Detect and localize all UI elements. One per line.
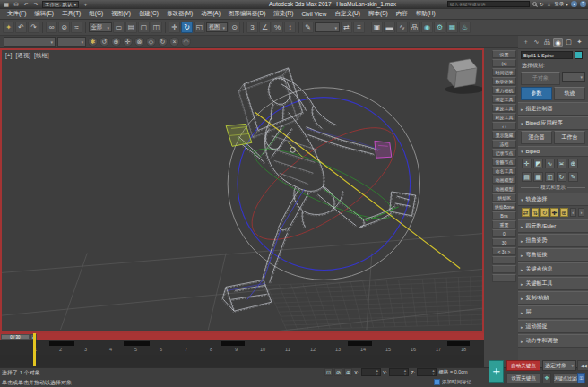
mirror-icon[interactable]: ⇄: [341, 22, 352, 33]
strip-button-20[interactable]: 0: [492, 229, 516, 237]
favorites-icon[interactable]: ☆: [547, 1, 551, 7]
strip-button-11[interactable]: 记录节点: [492, 149, 516, 157]
angle-snap-icon[interactable]: ∠: [259, 22, 271, 33]
isolate-selection-icon[interactable]: ⊡: [324, 368, 333, 376]
rollout-collapsed-6[interactable]: ▸层: [518, 305, 588, 319]
strip-button-0[interactable]: 设置: [492, 50, 516, 58]
biped-file-icon-0[interactable]: ▤: [522, 172, 532, 182]
tb2-icon-6-icon[interactable]: ↻: [158, 37, 168, 47]
biped-mode-icon-4[interactable]: ⊕: [568, 159, 578, 168]
layer-manager-icon[interactable]: ▣: [371, 22, 383, 33]
y-coordinate-field[interactable]: ▲▼: [389, 368, 409, 376]
rollout-biped[interactable]: ▾ Biped: [518, 146, 588, 157]
strip-button-16[interactable]: 烘焙IK: [492, 194, 516, 202]
rollout-collapsed-7[interactable]: ▸运动捕捉: [518, 320, 588, 333]
time-tag-icon[interactable]: [434, 379, 440, 385]
tab-create[interactable]: ＋: [521, 38, 531, 47]
key-mode-toggle-button[interactable]: ⚿: [577, 373, 585, 383]
tb2-combo-2-combo[interactable]: ▾: [57, 37, 86, 47]
workbench-button[interactable]: 工作台: [554, 131, 585, 144]
viewport-menu-plus[interactable]: [+]: [5, 52, 12, 60]
strip-button-17[interactable]: 烘焙Bone: [492, 202, 516, 211]
current-frame-indicator[interactable]: [33, 333, 36, 366]
sub-object-combo[interactable]: ▾: [562, 72, 585, 82]
search-icon[interactable]: [532, 2, 537, 6]
auto-key-button[interactable]: 自动关键点: [506, 360, 540, 371]
strip-button-2[interactable]: 时间记录: [492, 68, 516, 76]
track-selection-icon-2[interactable]: ↻: [540, 208, 549, 217]
biped-file-icon-4[interactable]: ✎: [568, 172, 578, 182]
keyframe-marker-2[interactable]: [221, 341, 245, 346]
select-move-icon[interactable]: ✛: [169, 22, 180, 33]
x-coordinate-field[interactable]: ▲▼: [361, 368, 381, 376]
menu-item-7[interactable]: 动画(A): [197, 9, 224, 19]
ribbon-toggle-icon[interactable]: ▬: [384, 22, 395, 33]
rollout-assign-controller[interactable]: ▸ 指定控制器: [518, 102, 588, 116]
select-by-name-icon[interactable]: ▤: [125, 22, 137, 33]
schematic-view-icon[interactable]: 品: [409, 22, 420, 33]
keyframe-marker-4[interactable]: [447, 341, 470, 346]
edit-named-selection-icon[interactable]: ✎: [302, 22, 314, 33]
menu-item-14[interactable]: 帮助(H): [412, 9, 439, 19]
workspace-combo[interactable]: 工作区: 默认▾: [42, 1, 79, 8]
strip-button-12[interactable]: 骨骼节点: [492, 158, 516, 166]
selection-filter-combo[interactable]: 全部▾: [89, 22, 112, 32]
undo-icon[interactable]: ↶: [15, 22, 27, 33]
curve-editor-icon[interactable]: ∿: [396, 22, 408, 33]
strip-button-10[interactable]: 冻结: [492, 140, 516, 148]
viewport-scene[interactable]: [2, 50, 482, 331]
material-editor-icon[interactable]: ◉: [421, 22, 433, 33]
tb2-icon-4-icon[interactable]: ⊗: [134, 37, 144, 47]
select-link-icon[interactable]: ∞: [46, 22, 57, 33]
menu-item-9[interactable]: 渲染(R): [270, 9, 297, 19]
select-object-icon[interactable]: ▭: [113, 22, 125, 33]
snap-toggle-icon[interactable]: 3: [246, 22, 258, 33]
signin-menu[interactable]: 登录▾: [554, 1, 568, 7]
tb2-icon-8-icon[interactable]: ◠: [181, 37, 191, 47]
object-name-field[interactable]: [521, 51, 573, 59]
rollout-collapsed-0[interactable]: ▸四元数/Euler: [518, 219, 588, 233]
rollout-biped-apps[interactable]: ▾ Biped 应用程序: [518, 116, 588, 130]
rollout-collapsed-5[interactable]: ▸复制/粘贴: [518, 291, 588, 305]
tb2-icon-3-icon[interactable]: ✛: [123, 37, 133, 47]
use-pivot-center-icon[interactable]: ⊙: [229, 22, 240, 33]
strip-button-24[interactable]: [492, 265, 516, 273]
object-color-swatch[interactable]: [575, 51, 583, 59]
tb2-combo-1-combo[interactable]: ▾: [4, 37, 56, 47]
redo-quick-icon[interactable]: ↷: [32, 1, 39, 8]
parameters-button[interactable]: 参数: [521, 87, 552, 100]
track-selection-icon-4[interactable]: ⊕: [560, 208, 568, 217]
tab-display[interactable]: ▢: [564, 38, 574, 47]
help-icon[interactable]: ?: [580, 1, 586, 7]
rollout-collapsed-3[interactable]: ▸关键点信息: [518, 262, 588, 276]
biped-file-icon-1[interactable]: ▦: [533, 172, 543, 182]
track-selection-icon-3[interactable]: ✚: [550, 208, 558, 217]
menu-item-0[interactable]: 文件(F): [4, 9, 30, 19]
strip-button-19[interactable]: 重置: [492, 220, 516, 228]
menu-item-5[interactable]: 创建(C): [135, 9, 162, 19]
tb2-icon-1-icon[interactable]: ↺: [99, 37, 109, 47]
select-scale-icon[interactable]: ◱: [194, 22, 205, 33]
strip-button-14[interactable]: 动画模型: [492, 176, 516, 184]
rollout-collapsed-1[interactable]: ▸扭曲姿势: [518, 234, 588, 247]
menu-item-6[interactable]: 修改器(M): [163, 9, 196, 19]
tab-hierarchy[interactable]: 品: [542, 38, 552, 47]
unlink-icon[interactable]: ⊘: [58, 22, 70, 33]
strip-button-25[interactable]: [492, 274, 516, 282]
align-icon[interactable]: ≡: [353, 22, 365, 33]
viewport-menu-shading[interactable]: [线框]: [34, 52, 49, 60]
workspace-add-icon[interactable]: ＋: [82, 1, 89, 8]
biped-mode-icon-0[interactable]: ✛: [522, 159, 532, 168]
tab-motion[interactable]: ◉: [553, 38, 563, 47]
menu-item-1[interactable]: 编辑(E): [30, 9, 57, 19]
scene-explorer-icon[interactable]: ✦: [3, 22, 14, 33]
go-to-start-button[interactable]: ◀◀: [577, 360, 588, 371]
window-crossing-icon[interactable]: ◫: [151, 22, 162, 33]
app-logo-icon[interactable]: ▦: [3, 1, 10, 8]
keyframe-marker-0[interactable]: [49, 341, 74, 346]
strip-button-4[interactable]: 重力相机: [492, 86, 516, 94]
spinner-snap-icon[interactable]: ↕: [284, 22, 296, 33]
viewport-menu-view[interactable]: [透视]: [15, 52, 30, 60]
z-coordinate-field[interactable]: ▲▼: [417, 368, 437, 376]
add-button[interactable]: ＋: [489, 360, 504, 383]
